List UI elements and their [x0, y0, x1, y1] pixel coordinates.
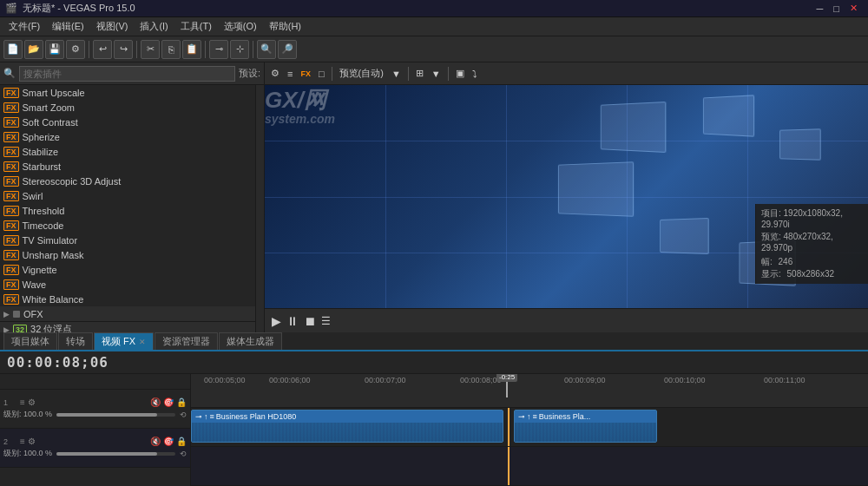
loop-btn[interactable]: ☰ — [321, 315, 331, 327]
track-mute-icon[interactable]: 🔇 — [150, 397, 161, 407]
tab-video-fx[interactable]: 视频 FX ✕ — [94, 332, 154, 350]
ruler-mark-3: 00:00:07;00 — [365, 376, 406, 384]
fx-item-label: Vignette — [23, 265, 57, 275]
copy-btn[interactable]: ⎘ — [161, 40, 181, 59]
track-2-loop-icon[interactable]: ⟲ — [180, 450, 187, 458]
track-lock-icon[interactable]: 🔒 — [176, 397, 187, 407]
tab-asset-manager[interactable]: 资源管理器 — [155, 332, 218, 350]
track-2-lane[interactable] — [191, 447, 868, 486]
preview-dropdown[interactable]: ▼ — [389, 69, 404, 79]
grid-icon[interactable]: ⊞ — [413, 68, 426, 79]
pause-btn[interactable]: ⏸ — [286, 314, 299, 328]
preview-label[interactable]: 预览(自动) — [337, 67, 386, 80]
grid-v1 — [385, 85, 386, 308]
track-2-menu-icon[interactable]: ≡ — [20, 437, 25, 446]
search-input[interactable] — [19, 66, 235, 82]
fx-item-stabilize[interactable]: FXStabilize — [0, 144, 255, 159]
track-2-vol-slider[interactable] — [56, 452, 175, 456]
track-1-loop-icon[interactable]: ⟲ — [180, 410, 187, 419]
save-btn[interactable]: 💾 — [45, 40, 64, 59]
menu-tools[interactable]: 工具(T) — [175, 18, 217, 35]
fx-badge: FX — [3, 191, 19, 201]
fx-item-smart-zoom[interactable]: FXSmart Zoom — [0, 100, 255, 115]
fx-item-threshold[interactable]: FXThreshold — [0, 203, 255, 218]
close-btn[interactable]: ✕ — [845, 3, 863, 14]
track-1-clip-1[interactable]: ⊸ ↑ ≡ Business Plan HD1080 — [191, 410, 503, 443]
toolbar: 📄 📂 💾 ⚙ ↩ ↪ ✂ ⎘ 📋 ⊸ ⊹ 🔍 🔎 — [0, 36, 868, 62]
track-fx-icon[interactable]: ⚙ — [28, 397, 36, 407]
fx-icon[interactable]: FX — [298, 69, 313, 78]
fx-group-32-位浮点[interactable]: ▶3232 位浮点 — [0, 322, 255, 332]
split-btn[interactable]: ⊸ — [209, 40, 228, 59]
menubar: 文件(F) 编辑(E) 视图(V) 插入(I) 工具(T) 选项(O) 帮助(H… — [0, 17, 868, 36]
sep3 — [448, 67, 449, 81]
menu-file[interactable]: 文件(F) — [3, 18, 45, 35]
grid-dropdown[interactable]: ▼ — [429, 69, 444, 79]
track-menu-icon[interactable]: ≡ — [20, 397, 25, 407]
fx-item-tv-simulator[interactable]: FXTV Simulator — [0, 233, 255, 247]
new-btn[interactable]: 📄 — [3, 40, 23, 59]
paste-btn[interactable]: 📋 — [182, 40, 201, 59]
track-solo-icon[interactable]: 🎯 — [163, 397, 174, 407]
list-icon[interactable]: ≡ — [285, 69, 295, 79]
sep — [332, 67, 332, 81]
snap-icon[interactable]: ▣ — [453, 68, 467, 79]
vol-2-fill — [56, 452, 157, 456]
track-1-playhead — [508, 408, 510, 446]
tab-close-icon[interactable]: ✕ — [139, 338, 146, 346]
fx-item-spherize[interactable]: FXSpherize — [0, 129, 255, 144]
trim-btn[interactable]: ⊹ — [230, 40, 249, 59]
timecode-display: 00:00:08;06 — [7, 354, 108, 371]
render-btn[interactable]: ⚙ — [66, 40, 85, 59]
fx-item-swirl[interactable]: FXSwirl — [0, 188, 255, 203]
cut-btn[interactable]: ✂ — [141, 40, 160, 59]
float-box-2 — [703, 95, 754, 136]
track-2-solo-icon[interactable]: 🎯 — [163, 437, 174, 446]
fx-item-unsharp-mask[interactable]: FXUnsharp Mask — [0, 247, 255, 262]
track-1-lane[interactable]: ⊸ ↑ ≡ Business Plan HD1080 ⊸ ↑ ≡ Busines… — [191, 408, 868, 447]
fx-item-smart-upscale[interactable]: FXSmart Upscale — [0, 85, 255, 100]
settings-icon[interactable]: ⚙ — [268, 68, 282, 79]
float-box-6 — [779, 129, 821, 161]
fx-item-starburst[interactable]: FXStarburst — [0, 159, 255, 174]
fx-item-wave[interactable]: FXWave — [0, 277, 255, 292]
zoom-in-btn[interactable]: 🔍 — [257, 40, 276, 59]
fullscreen-icon[interactable]: □ — [316, 69, 327, 79]
preview-info: 项目: 1920x1080x32, 29.970i 预览: 480x270x32… — [755, 204, 868, 284]
undo-btn[interactable]: ↩ — [93, 40, 112, 59]
export-icon[interactable]: ⤵ — [470, 69, 480, 79]
fx-group-ofx[interactable]: ▶OFX — [0, 306, 255, 322]
redo-btn[interactable]: ↪ — [114, 40, 133, 59]
fx-item-timecode[interactable]: FXTimecode — [0, 218, 255, 233]
play-btn[interactable]: ▶ — [272, 314, 281, 328]
fx-item-vignette[interactable]: FXVignette — [0, 262, 255, 277]
menu-view[interactable]: 视图(V) — [91, 18, 134, 35]
fx-scrollbar[interactable] — [255, 85, 264, 332]
time-ruler[interactable]: 00:00:05;00 00:00:06;00 00:00:07;00 00:0… — [191, 374, 868, 408]
track-2-playhead — [508, 447, 510, 485]
menu-help[interactable]: 帮助(H) — [264, 18, 306, 35]
fx-list[interactable]: FXSmart UpscaleFXSmart ZoomFXSoft Contra… — [0, 85, 255, 332]
tab-transitions[interactable]: 转场 — [58, 332, 93, 350]
fx-item-label: Wave — [23, 279, 47, 290]
open-btn[interactable]: 📂 — [24, 40, 43, 59]
menu-edit[interactable]: 编辑(E) — [47, 18, 89, 35]
track-2-lock-icon[interactable]: 🔒 — [176, 437, 187, 446]
track-1-clip-2[interactable]: ⊸ ↑ ≡ Business Pla... — [514, 410, 657, 443]
tab-project-media[interactable]: 项目媒体 — [3, 332, 57, 350]
maximize-btn[interactable]: □ — [828, 3, 845, 14]
minimize-btn[interactable]: ─ — [812, 3, 829, 14]
titlebar: 🎬 无标题* - VEGAS Pro 15.0 ─ □ ✕ — [0, 0, 868, 17]
tab-media-generator[interactable]: 媒体生成器 — [219, 332, 282, 350]
menu-options[interactable]: 选项(O) — [219, 18, 262, 35]
zoom-out-btn[interactable]: 🔎 — [278, 40, 297, 59]
fx-item-white-balance[interactable]: FXWhite Balance — [0, 292, 255, 306]
menu-insert[interactable]: 插入(I) — [135, 18, 173, 35]
track-1-vol-slider[interactable] — [56, 413, 175, 417]
track-2-fx-icon[interactable]: ⚙ — [28, 437, 36, 446]
preview-toolbar: ⚙ ≡ FX □ 预览(自动) ▼ ⊞ ▼ ▣ ⤵ — [265, 62, 868, 85]
fx-item-stereoscopic-3d-adjust[interactable]: FXStereoscopic 3D Adjust — [0, 174, 255, 188]
track-2-mute-icon[interactable]: 🔇 — [150, 437, 161, 446]
fx-item-soft-contrast[interactable]: FXSoft Contrast — [0, 115, 255, 129]
stop-btn[interactable]: ⏹ — [304, 314, 316, 328]
